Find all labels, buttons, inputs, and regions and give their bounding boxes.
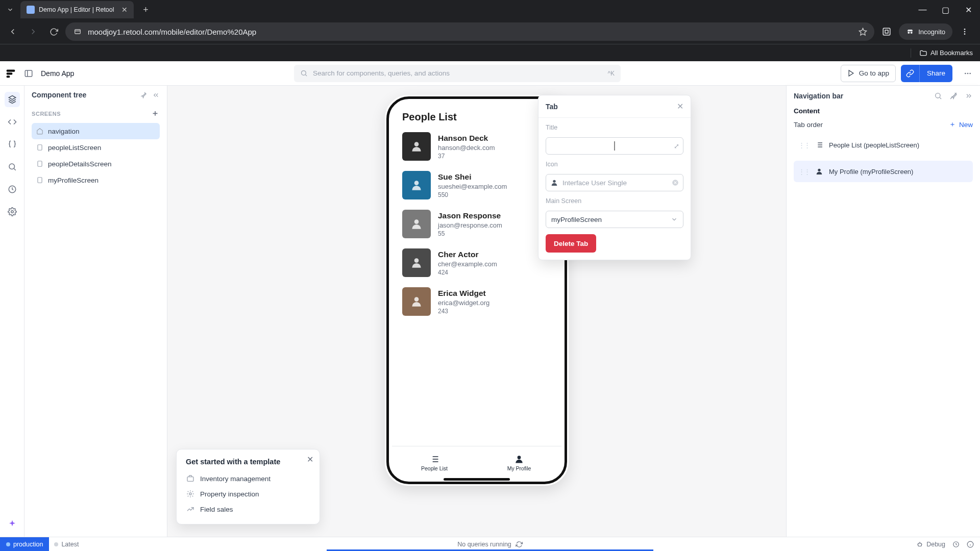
add-screen-button[interactable]: ＋ bbox=[151, 108, 160, 119]
bookmark-star-icon[interactable] bbox=[859, 28, 867, 36]
tree-node[interactable]: myProfileScreen bbox=[32, 172, 160, 188]
go-to-app-button[interactable]: Go to app bbox=[841, 65, 896, 82]
tab-close-icon[interactable]: ✕ bbox=[121, 6, 128, 14]
new-tab-button[interactable]: ＋ New bbox=[949, 120, 973, 129]
person-count: 424 bbox=[438, 269, 497, 276]
nav-forward[interactable] bbox=[24, 23, 42, 40]
window-minimize[interactable]: — bbox=[911, 0, 934, 19]
status-history-icon[interactable] bbox=[952, 541, 960, 548]
version-latest[interactable]: Latest bbox=[54, 541, 79, 548]
taborder-item[interactable]: ⋮⋮People List (peopleListScreen) bbox=[794, 134, 973, 156]
window-maximize[interactable]: ▢ bbox=[934, 0, 957, 19]
delete-tab-button[interactable]: Delete Tab bbox=[546, 234, 596, 253]
inspector-expand-icon[interactable] bbox=[965, 92, 973, 100]
drag-handle-icon[interactable]: ⋮⋮ bbox=[798, 168, 810, 176]
list-item[interactable]: Jason Responsejason@response.com55 bbox=[392, 205, 561, 243]
svg-point-30 bbox=[414, 219, 419, 224]
tab-icon-name: Interface User Single bbox=[562, 179, 627, 187]
template-item[interactable]: Property inspection bbox=[186, 486, 310, 502]
avatar bbox=[402, 132, 431, 161]
list-item[interactable]: Hanson Deckhanson@deck.com37 bbox=[392, 127, 561, 166]
tab-mainscreen-select[interactable]: myProfileScreen bbox=[546, 211, 683, 228]
rail-settings-icon[interactable] bbox=[5, 204, 20, 219]
search-kbd: ^K bbox=[607, 70, 615, 77]
tab-icon-picker[interactable]: Interface User Single bbox=[546, 174, 683, 191]
tabs-dropdown[interactable] bbox=[3, 3, 17, 17]
chrome-menu-icon[interactable] bbox=[955, 22, 974, 41]
rail-history-icon[interactable] bbox=[5, 182, 20, 197]
retool-logo-icon[interactable] bbox=[5, 68, 16, 79]
svg-point-19 bbox=[967, 72, 969, 74]
left-panel-toggle[interactable] bbox=[21, 66, 36, 81]
avatar bbox=[402, 210, 431, 238]
link-icon bbox=[906, 69, 914, 78]
tab-popover-close[interactable]: ✕ bbox=[677, 102, 683, 111]
list-icon bbox=[429, 454, 439, 464]
bookmarks-all[interactable]: All Bookmarks bbox=[919, 49, 973, 57]
list-item[interactable]: Erica Widgeterica@widget.org243 bbox=[392, 282, 561, 321]
tree-node[interactable]: navigation bbox=[32, 123, 160, 139]
person-count: 550 bbox=[438, 191, 507, 198]
incognito-label: Incognito bbox=[918, 28, 945, 36]
omnibox[interactable]: moodjoy1.retool.com/mobile/editor/Demo%2… bbox=[65, 22, 874, 41]
extensions-icon[interactable] bbox=[877, 22, 896, 41]
list-item[interactable]: Cher Actorcher@example.com424 bbox=[392, 243, 561, 282]
nav-reload[interactable] bbox=[45, 23, 62, 40]
expand-input-icon[interactable]: ⤢ bbox=[674, 142, 679, 150]
svg-rect-12 bbox=[7, 76, 10, 78]
env-badge[interactable]: production bbox=[0, 537, 49, 552]
nav-back[interactable] bbox=[4, 23, 21, 40]
phone-tab-people[interactable]: People List bbox=[392, 446, 477, 479]
svg-rect-11 bbox=[7, 72, 13, 74]
user-icon bbox=[514, 454, 524, 464]
home-icon bbox=[36, 127, 44, 135]
avatar bbox=[402, 248, 431, 277]
rail-code-icon[interactable] bbox=[5, 114, 20, 130]
component-tree-header: Component tree bbox=[24, 86, 167, 104]
browser-tab-active[interactable]: Demo App | Editor | Retool ✕ bbox=[20, 1, 134, 18]
svg-rect-3 bbox=[883, 28, 890, 35]
clear-icon[interactable] bbox=[672, 179, 679, 186]
tab-mainscreen-label: Main Screen bbox=[546, 197, 683, 205]
rail-components-icon[interactable] bbox=[5, 92, 20, 107]
incognito-pill[interactable]: Incognito bbox=[899, 23, 952, 40]
tree-node[interactable]: peopleDetailsScreen bbox=[32, 156, 160, 172]
header-more-icon[interactable] bbox=[961, 66, 975, 81]
env-label: production bbox=[13, 541, 43, 548]
svg-point-53 bbox=[189, 493, 191, 495]
new-tab-label: New bbox=[959, 121, 973, 129]
svg-point-39 bbox=[518, 456, 521, 459]
rail-search-icon[interactable] bbox=[5, 159, 20, 174]
site-info-icon[interactable] bbox=[72, 27, 83, 37]
global-search[interactable]: Search for components, queries, and acti… bbox=[294, 65, 621, 82]
debug-button[interactable]: Debug bbox=[916, 541, 945, 548]
person-name: Jason Response bbox=[438, 211, 502, 220]
window-close[interactable]: ✕ bbox=[957, 0, 980, 19]
share-label: Share bbox=[927, 69, 945, 77]
share-button[interactable]: Share bbox=[919, 65, 952, 82]
template-card: ✕ Get started with a template Inventory … bbox=[176, 449, 320, 524]
new-tab-button[interactable]: + bbox=[139, 3, 153, 17]
inspector-search-icon[interactable] bbox=[934, 92, 942, 100]
taborder-item[interactable]: ⋮⋮My Profile (myProfileScreen) bbox=[794, 161, 973, 182]
phone-tab-profile[interactable]: My Profile bbox=[477, 446, 561, 479]
people-list[interactable]: Hanson Deckhanson@deck.com37Sue Sheisues… bbox=[392, 127, 561, 446]
list-item[interactable]: Sue Sheisueshei@example.com550 bbox=[392, 166, 561, 205]
template-card-close[interactable]: ✕ bbox=[307, 455, 313, 464]
template-item[interactable]: Field sales bbox=[186, 502, 310, 517]
drag-handle-icon[interactable]: ⋮⋮ bbox=[798, 141, 810, 149]
pin-icon[interactable] bbox=[139, 91, 147, 99]
home-indicator bbox=[444, 478, 510, 481]
share-link-button[interactable] bbox=[901, 65, 919, 82]
user-icon bbox=[550, 179, 558, 187]
inspector-pin-icon[interactable] bbox=[949, 92, 958, 100]
refresh-icon[interactable] bbox=[516, 541, 523, 548]
svg-point-20 bbox=[969, 72, 971, 74]
status-info-icon[interactable] bbox=[967, 541, 974, 548]
collapse-left-icon[interactable] bbox=[152, 91, 160, 99]
tree-node[interactable]: peopleListScreen bbox=[32, 139, 160, 156]
template-item[interactable]: Inventory management bbox=[186, 471, 310, 486]
rail-ai-icon[interactable] bbox=[5, 516, 20, 532]
rail-braces-icon[interactable] bbox=[5, 137, 20, 152]
status-bar: production Latest No queries running Deb… bbox=[0, 537, 980, 551]
